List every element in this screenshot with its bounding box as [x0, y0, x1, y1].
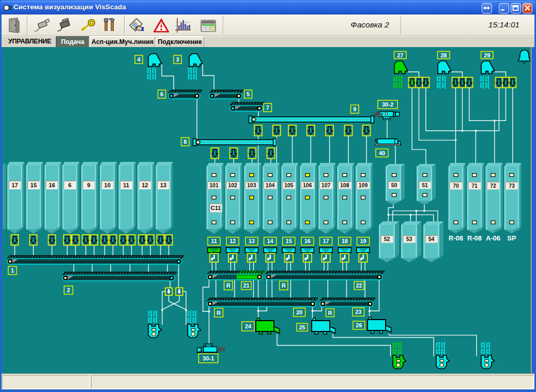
svg-text:R-08: R-08	[449, 234, 463, 242]
svg-text:R-08: R-08	[467, 234, 482, 242]
svg-text:16: 16	[304, 238, 311, 244]
svg-text:101: 101	[209, 182, 219, 188]
svg-text:7: 7	[266, 104, 269, 111]
svg-text:106: 106	[303, 182, 312, 188]
svg-text:52: 52	[384, 236, 390, 242]
svg-text:15: 15	[286, 238, 292, 244]
svg-text:20: 20	[296, 309, 302, 315]
svg-text:R: R	[226, 282, 231, 289]
svg-text:15: 15	[30, 182, 37, 188]
svg-text:30-2: 30-2	[382, 101, 393, 108]
svg-text:12: 12	[142, 182, 148, 188]
svg-text:SP: SP	[507, 234, 516, 242]
svg-text:109: 109	[359, 182, 368, 188]
svg-text:72: 72	[490, 183, 496, 189]
svg-text:9: 9	[87, 182, 90, 188]
svg-text:71: 71	[471, 183, 478, 189]
svg-text:29: 29	[484, 52, 490, 58]
svg-text:2: 2	[67, 287, 70, 293]
svg-text:105: 105	[284, 182, 294, 188]
svg-text:108: 108	[340, 182, 349, 188]
svg-text:73: 73	[509, 183, 515, 189]
svg-text:17: 17	[323, 238, 329, 244]
svg-text:13: 13	[249, 238, 255, 244]
svg-text:21: 21	[243, 282, 249, 289]
svg-text:53: 53	[406, 236, 412, 242]
svg-text:40: 40	[379, 150, 385, 156]
svg-text:16: 16	[49, 182, 55, 188]
svg-text:70: 70	[453, 183, 459, 189]
svg-text:14: 14	[267, 238, 273, 244]
svg-text:24: 24	[245, 323, 252, 329]
svg-text:9: 9	[353, 106, 356, 112]
svg-text:23: 23	[355, 309, 361, 315]
svg-text:107: 107	[321, 182, 331, 188]
svg-text:11: 11	[123, 182, 129, 188]
svg-text:51: 51	[422, 182, 428, 188]
svg-text:103: 103	[247, 182, 256, 188]
svg-text:1: 1	[11, 267, 14, 274]
svg-text:26: 26	[356, 322, 362, 328]
svg-text:6: 6	[68, 182, 71, 188]
svg-text:22: 22	[356, 282, 362, 289]
svg-text:3: 3	[176, 56, 179, 63]
svg-text:19: 19	[360, 238, 366, 244]
svg-text:54: 54	[428, 236, 435, 242]
svg-text:R: R	[217, 310, 221, 316]
svg-text:12: 12	[229, 238, 236, 244]
svg-text:13: 13	[160, 182, 166, 188]
svg-text:R: R	[328, 310, 332, 316]
svg-text:10: 10	[104, 182, 111, 188]
svg-text:30-1: 30-1	[203, 355, 214, 361]
svg-text:6: 6	[160, 91, 163, 97]
svg-text:104: 104	[266, 182, 275, 188]
svg-text:4: 4	[137, 56, 141, 63]
svg-text:50: 50	[391, 182, 397, 188]
svg-text:5: 5	[247, 91, 250, 97]
svg-text:11: 11	[211, 238, 217, 244]
svg-text:17: 17	[11, 182, 18, 188]
svg-text:28: 28	[440, 52, 447, 58]
svg-text:A-06: A-06	[486, 234, 500, 242]
svg-text:102: 102	[228, 182, 237, 188]
svg-text:R: R	[282, 282, 286, 289]
svg-text:25: 25	[299, 324, 305, 330]
svg-text:27: 27	[397, 52, 403, 58]
svg-text:8: 8	[183, 139, 187, 145]
svg-text:18: 18	[342, 238, 348, 244]
svg-text:C11: C11	[211, 205, 221, 211]
